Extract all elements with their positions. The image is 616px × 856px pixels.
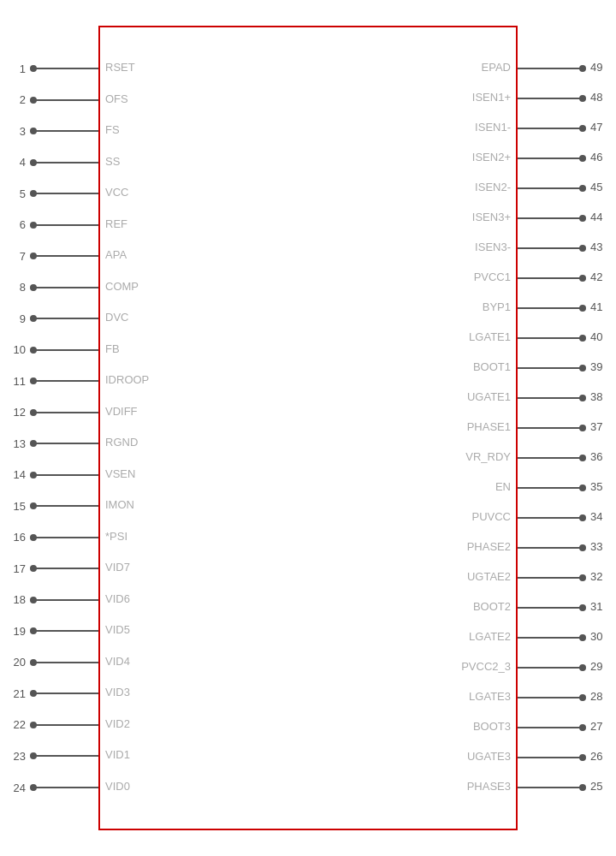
pin-line-right-40 bbox=[518, 337, 583, 339]
pin-number-right-39: 39 bbox=[590, 360, 616, 373]
pin-number-right-47: 47 bbox=[590, 121, 616, 134]
pin-line-right-29 bbox=[518, 667, 583, 669]
pin-line-left-11 bbox=[33, 380, 98, 382]
pin-number-right-42: 42 bbox=[590, 270, 616, 283]
pin-line-left-21 bbox=[33, 693, 98, 694]
pin-label-right-41: BYP1 bbox=[483, 300, 511, 313]
pin-label-right-43: ISEN3- bbox=[475, 241, 511, 253]
pin-line-right-39 bbox=[518, 367, 583, 369]
pin-number-right-28: 28 bbox=[590, 690, 616, 703]
pin-number-left-2: 2 bbox=[0, 93, 26, 106]
pin-number-left-22: 22 bbox=[0, 718, 26, 731]
pin-number-left-11: 11 bbox=[0, 375, 26, 388]
pin-line-left-6 bbox=[33, 224, 98, 226]
pin-label-left-3: FS bbox=[105, 123, 120, 136]
pin-line-right-34 bbox=[518, 517, 583, 519]
pin-line-right-44 bbox=[518, 217, 583, 219]
pin-label-right-34: PUVCC bbox=[471, 510, 511, 523]
pin-number-right-27: 27 bbox=[590, 720, 616, 733]
pin-line-left-23 bbox=[33, 755, 98, 757]
pin-label-right-32: UGTAE2 bbox=[467, 570, 511, 583]
pin-line-left-22 bbox=[33, 724, 98, 726]
pin-label-left-11: IDROOP bbox=[105, 373, 149, 386]
pin-number-right-26: 26 bbox=[590, 750, 616, 763]
pin-line-right-25 bbox=[518, 787, 583, 788]
pin-number-left-4: 4 bbox=[0, 156, 26, 169]
pin-label-right-25: PHASE3 bbox=[467, 780, 511, 793]
pin-number-right-35: 35 bbox=[590, 480, 616, 493]
pin-label-right-27: BOOT3 bbox=[473, 720, 511, 733]
pin-number-right-46: 46 bbox=[590, 151, 616, 163]
pin-number-left-24: 24 bbox=[0, 782, 26, 794]
pin-number-left-1: 1 bbox=[0, 62, 26, 75]
pin-line-right-30 bbox=[518, 637, 583, 639]
pin-number-left-9: 9 bbox=[0, 312, 26, 325]
pin-number-left-6: 6 bbox=[0, 218, 26, 231]
pin-label-left-2: OFS bbox=[105, 92, 128, 105]
pin-number-right-31: 31 bbox=[590, 600, 616, 613]
pin-number-right-45: 45 bbox=[590, 181, 616, 193]
pin-number-left-5: 5 bbox=[0, 187, 26, 200]
pin-line-right-47 bbox=[518, 128, 583, 129]
pin-label-right-42: PVCC1 bbox=[474, 270, 511, 283]
pin-line-left-13 bbox=[33, 443, 98, 444]
pin-line-left-3 bbox=[33, 130, 98, 132]
pin-number-right-34: 34 bbox=[590, 510, 616, 523]
pin-label-right-38: UGATE1 bbox=[467, 390, 511, 403]
pin-number-left-3: 3 bbox=[0, 125, 26, 138]
pin-number-left-23: 23 bbox=[0, 750, 26, 763]
pin-label-left-14: VSEN bbox=[105, 467, 135, 480]
pin-number-left-15: 15 bbox=[0, 500, 26, 513]
pin-number-right-36: 36 bbox=[590, 450, 616, 463]
pin-line-left-8 bbox=[33, 287, 98, 288]
pin-label-left-19: VID5 bbox=[105, 623, 130, 636]
pin-label-right-26: UGATE3 bbox=[467, 750, 511, 763]
pin-number-right-40: 40 bbox=[590, 330, 616, 343]
pin-number-left-8: 8 bbox=[0, 281, 26, 294]
pin-label-right-40: LGATE1 bbox=[469, 330, 511, 343]
pin-label-left-12: VDIFF bbox=[105, 405, 138, 418]
pin-number-right-37: 37 bbox=[590, 420, 616, 433]
pin-line-right-43 bbox=[518, 247, 583, 249]
pin-number-left-7: 7 bbox=[0, 250, 26, 263]
pin-line-left-4 bbox=[33, 162, 98, 163]
pin-line-left-15 bbox=[33, 505, 98, 507]
pin-number-left-13: 13 bbox=[0, 437, 26, 450]
pin-line-right-27 bbox=[518, 727, 583, 728]
pin-number-left-19: 19 bbox=[0, 625, 26, 638]
pin-line-right-45 bbox=[518, 187, 583, 189]
pin-label-left-4: SS bbox=[105, 155, 120, 168]
pin-line-left-20 bbox=[33, 662, 98, 663]
pin-label-left-5: VCC bbox=[105, 186, 128, 199]
pin-label-right-47: ISEN1- bbox=[475, 121, 511, 134]
pin-line-right-48 bbox=[518, 98, 583, 99]
pin-label-left-1: RSET bbox=[105, 61, 135, 74]
pin-label-left-18: VID6 bbox=[105, 592, 130, 605]
pins-area: 1RSET2OFS3FS4SS5VCC6REF7APA8COMP9DVC10FB… bbox=[0, 26, 616, 830]
pin-label-left-24: VID0 bbox=[105, 780, 130, 793]
pin-number-left-21: 21 bbox=[0, 687, 26, 700]
pin-label-left-8: COMP bbox=[105, 280, 139, 293]
pin-line-left-24 bbox=[33, 787, 98, 788]
pin-line-right-35 bbox=[518, 487, 583, 489]
pin-line-right-32 bbox=[518, 577, 583, 579]
pin-line-right-36 bbox=[518, 457, 583, 459]
pin-number-right-43: 43 bbox=[590, 241, 616, 253]
pin-line-left-1 bbox=[33, 68, 98, 69]
pin-label-right-37: PHASE1 bbox=[467, 420, 511, 433]
pin-label-right-46: ISEN2+ bbox=[472, 151, 511, 163]
pin-label-right-48: ISEN1+ bbox=[472, 91, 511, 104]
pin-line-left-7 bbox=[33, 255, 98, 257]
pin-line-right-42 bbox=[518, 277, 583, 279]
pin-line-left-5 bbox=[33, 193, 98, 194]
pin-label-right-49: EPAD bbox=[482, 61, 511, 74]
pin-label-right-29: PVCC2_3 bbox=[461, 660, 511, 673]
pin-label-right-39: BOOT1 bbox=[473, 360, 511, 373]
pin-label-left-16: *PSI bbox=[105, 530, 127, 543]
pin-line-left-12 bbox=[33, 412, 98, 413]
pin-line-left-16 bbox=[33, 537, 98, 538]
pin-number-right-44: 44 bbox=[590, 211, 616, 223]
pin-number-right-32: 32 bbox=[590, 570, 616, 583]
pin-line-right-41 bbox=[518, 307, 583, 309]
pin-label-right-44: ISEN3+ bbox=[472, 211, 511, 223]
